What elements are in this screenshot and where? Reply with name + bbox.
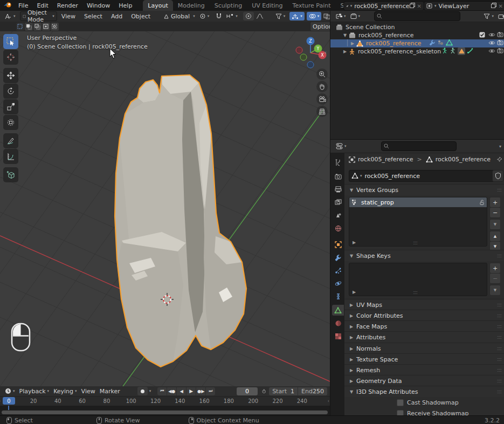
vertex-groups-list[interactable]: static_prop ▶ :::: <box>349 197 487 247</box>
jump-to-end-button[interactable]: ⏭ <box>206 387 215 395</box>
list-resize-grip[interactable]: :::: <box>413 290 417 295</box>
tool-select-box[interactable] <box>3 34 18 49</box>
panel-texture-space[interactable]: ▶Texture Space:::: <box>344 353 504 365</box>
properties-options-dropdown[interactable]: ▾ <box>499 144 501 149</box>
panel-shape-keys-header[interactable]: ▼Shape Keys :::: <box>344 250 504 261</box>
shape-keys-list[interactable]: ▶ :::: <box>349 263 487 296</box>
timeline-editor-type-button[interactable]: ▾ <box>3 387 17 395</box>
timeline-track[interactable] <box>0 406 330 410</box>
panel-vertex-groups-header[interactable]: ▼Vertex Groups :::: <box>344 184 504 195</box>
tab-uv-editing[interactable]: UV Editing <box>247 0 287 11</box>
new-collection-button[interactable] <box>496 12 504 20</box>
transform-orientation-dropdown[interactable]: Global ▾ <box>161 12 197 20</box>
auto-keying-button[interactable] <box>137 387 148 395</box>
breadcrumb-object-name[interactable]: rock005_reference <box>358 156 413 163</box>
panel-uv-maps[interactable]: ▶UV Maps:::: <box>344 299 504 310</box>
next-keyframe-button[interactable]: ●▶ <box>196 387 205 395</box>
menu-help[interactable]: Help <box>114 0 136 11</box>
list-expand-arrow[interactable]: ▶ <box>351 240 357 245</box>
editor-type-button[interactable]: ▾ <box>3 12 18 20</box>
tool-transform[interactable] <box>3 115 18 130</box>
tab-particles[interactable] <box>332 265 344 276</box>
hide-eye-icon[interactable] <box>488 40 495 47</box>
outliner-filter-dropdown[interactable]: ▾ <box>481 12 496 20</box>
tab-material[interactable] <box>332 318 344 329</box>
properties-editor-type-button[interactable]: ▾ <box>334 142 349 151</box>
tab-texture[interactable] <box>332 331 344 341</box>
outliner-row-collection[interactable]: ▼ rock005_reference <box>330 31 504 39</box>
frame-end-field[interactable]: End 250 <box>298 387 327 395</box>
use-preview-range-icon[interactable] <box>262 388 266 395</box>
panel-geometry-data[interactable]: ▶Geometry Data:::: <box>344 375 504 386</box>
pin-icon[interactable] <box>496 156 502 162</box>
shapekey-add-button[interactable]: + <box>489 263 501 273</box>
tab-sculpting[interactable]: Sculpting <box>210 0 247 11</box>
gizmo-x-neg-axis[interactable] <box>296 47 302 53</box>
mesh-name-value[interactable]: rock005_reference <box>365 173 420 180</box>
tab-object-data[interactable] <box>332 305 344 316</box>
overlays-dropdown[interactable]: ▾ <box>307 12 322 20</box>
disable-render-icon[interactable] <box>497 48 503 55</box>
menu-marker[interactable]: Marker <box>98 387 122 395</box>
proportional-editing-button[interactable] <box>243 12 254 20</box>
mesh-datablock-field[interactable]: ▾ rock005_reference <box>349 170 495 182</box>
collection-checkbox[interactable] <box>479 32 485 39</box>
select-mode-invert[interactable] <box>42 23 50 31</box>
play-reverse-button[interactable]: ◀ <box>177 387 186 395</box>
properties-search-input[interactable] <box>381 141 457 151</box>
vgroup-remove-button[interactable]: − <box>489 207 501 218</box>
panel-normals[interactable]: ▶Normals:::: <box>344 343 504 354</box>
tab-tool[interactable] <box>332 157 344 168</box>
menu-keying[interactable]: Keying▾ <box>51 387 79 395</box>
visibility-filter-dropdown[interactable]: ▾ <box>273 12 288 20</box>
viewport-3d[interactable]: ▾ Object Mode ▾ View Select Add Object G… <box>0 11 330 386</box>
expand-arrow-icon[interactable]: ▼ <box>342 33 348 38</box>
new-scene-icon[interactable] <box>410 3 415 10</box>
panel-remesh[interactable]: ▶Remesh:::: <box>344 364 504 375</box>
pivot-point-dropdown[interactable]: ▾ <box>197 12 212 20</box>
tab-scene[interactable] <box>332 210 344 221</box>
tab-output[interactable] <box>332 184 344 195</box>
list-expand-arrow[interactable]: ▶ <box>351 290 357 295</box>
sidebar-collapse-arrow[interactable]: ‹ <box>325 50 327 56</box>
menu-render[interactable]: Render <box>53 0 82 11</box>
new-viewlayer-icon[interactable] <box>491 3 496 10</box>
expand-arrow-icon[interactable]: ▶ <box>350 41 355 46</box>
panel-i3d-shape-attributes[interactable]: ▼I3D Shape Attributes:::: <box>344 386 504 397</box>
viewlayer-selector[interactable]: ▾ ViewLayer ✕ <box>424 1 504 11</box>
tab-modeling[interactable]: Modeling <box>173 0 210 11</box>
disable-render-icon[interactable] <box>497 40 503 47</box>
playhead-line[interactable] <box>8 406 9 410</box>
scrollbar-thumb[interactable] <box>2 411 328 414</box>
play-button[interactable]: ▶ <box>187 387 196 395</box>
gizmo-toggle-dropdown[interactable]: ▾ <box>289 12 305 20</box>
select-mode-intersect[interactable] <box>51 23 59 31</box>
mode-dropdown[interactable]: Object Mode ▾ <box>20 11 57 21</box>
tab-layout[interactable]: Layout <box>143 0 172 11</box>
playhead-label[interactable]: 0 <box>3 397 15 405</box>
tab-texture-paint[interactable]: Texture Paint <box>288 0 336 11</box>
tab-object[interactable] <box>332 239 344 250</box>
viewport-canvas[interactable]: User Perspective (0) Scene Collection | … <box>0 31 330 386</box>
zoom-view-button[interactable] <box>316 69 328 80</box>
vgroup-add-button[interactable]: + <box>489 197 501 208</box>
vgroup-specials-dropdown[interactable]: ▼ <box>489 219 501 230</box>
breadcrumb-data-name[interactable]: rock005_reference <box>436 156 491 163</box>
menu-view-timeline[interactable]: View <box>79 387 98 395</box>
gizmo-z-neg-axis[interactable] <box>307 61 314 68</box>
menu-object[interactable]: Object <box>127 11 155 22</box>
tool-rotate[interactable] <box>3 84 18 99</box>
tool-measure[interactable] <box>3 149 18 164</box>
panel-attributes[interactable]: ▶Attributes:::: <box>344 331 504 343</box>
camera-view-button[interactable] <box>316 93 328 105</box>
tab-modifiers[interactable] <box>332 252 344 263</box>
outliner-row-skeleton[interactable]: ▶ rock005_reference_skeleton <box>330 47 504 56</box>
pan-view-button[interactable] <box>316 81 328 92</box>
tool-move[interactable] <box>3 68 18 83</box>
disable-render-icon[interactable] <box>497 32 503 39</box>
expand-arrow-icon[interactable]: ▶ <box>342 49 348 54</box>
hide-eye-icon[interactable] <box>488 32 495 39</box>
tool-add-cube[interactable] <box>3 167 18 182</box>
snap-settings-dropdown[interactable]: ▾ <box>224 12 240 20</box>
shapekey-remove-button[interactable]: − <box>489 273 501 284</box>
